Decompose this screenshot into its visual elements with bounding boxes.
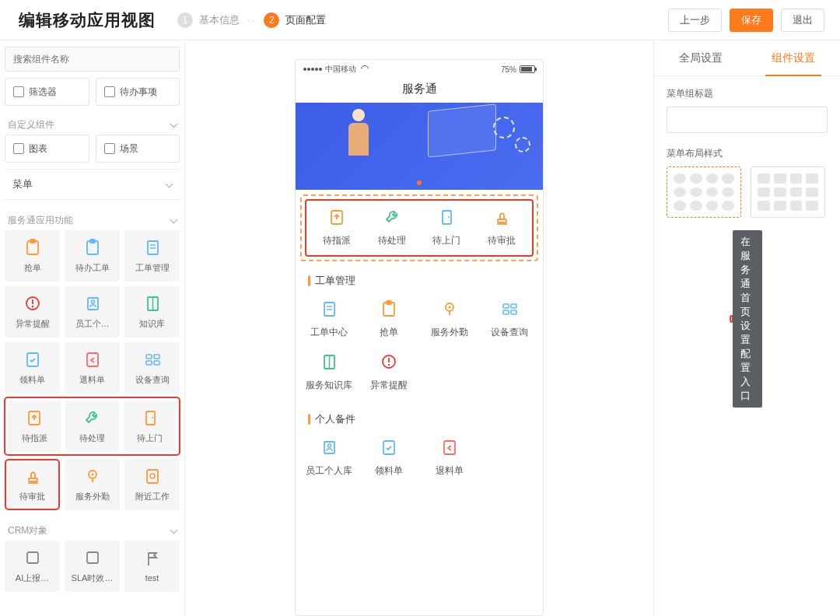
group-custom[interactable]: 自定义组件: [5, 112, 180, 135]
menu-item-待审批[interactable]: 待审批: [474, 208, 530, 247]
save-button[interactable]: 保存: [730, 9, 773, 32]
battery-icon: [520, 65, 535, 73]
widget-label: 附近工作: [135, 491, 170, 502]
input-menu-title[interactable]: [667, 107, 828, 133]
tab-component[interactable]: 组件设置: [747, 40, 841, 75]
chevron-down-icon: [163, 179, 172, 191]
svg-rect-16: [146, 355, 152, 359]
group-service[interactable]: 服务通应用功能: [5, 208, 180, 230]
widget-待处理[interactable]: 待处理: [65, 401, 118, 452]
clipboard-icon: [380, 300, 397, 320]
signal-icon: [303, 68, 322, 71]
square-icon: [84, 549, 101, 568]
svg-rect-17: [154, 355, 159, 359]
banner-image[interactable]: [296, 103, 543, 190]
menu-label: 服务外勤: [431, 326, 468, 339]
section-title: 工单管理: [296, 261, 543, 292]
scene-icon: [104, 143, 115, 154]
header: 编辑移动应用视图 1 基本信息 ·· 2 页面配置 上一步 保存 退出: [0, 0, 840, 40]
group-crm[interactable]: CRM对象: [5, 518, 180, 541]
svg-point-52: [388, 364, 390, 366]
widget-待办工单[interactable]: 待办工单: [65, 230, 120, 282]
clipboard-icon: [84, 239, 101, 257]
book-icon: [144, 295, 161, 313]
page-title: 编辑移动应用视图: [19, 9, 156, 31]
widget-服务外勤[interactable]: 服务外勤: [65, 459, 120, 510]
phone-preview: 中国移动 75% 服务通 待指派 待处理 待上门 待审批: [295, 59, 544, 616]
widget-知识库[interactable]: 知识库: [124, 286, 180, 338]
widget-SLA时效…[interactable]: SLA时效…: [65, 541, 120, 592]
menu-item-抢单[interactable]: 抢单: [359, 300, 420, 339]
section-title: 个人备件: [296, 400, 543, 431]
doc-check-icon: [380, 439, 397, 458]
widget-待上门[interactable]: 待上门: [124, 401, 177, 452]
doc-back-icon: [441, 439, 458, 458]
menu-item-工单中心[interactable]: 工单中心: [299, 300, 359, 339]
widget-scene[interactable]: 场景: [96, 135, 180, 163]
widget-todo[interactable]: 待办事项: [96, 78, 180, 106]
menu-item-服务外勤[interactable]: 服务外勤: [419, 300, 480, 339]
widget-label: 领料单: [19, 374, 45, 386]
search-input[interactable]: [5, 47, 180, 72]
status-bar: 中国移动 75%: [296, 60, 543, 79]
menu-label: 待审批: [488, 234, 516, 247]
widget-退料单[interactable]: 退料单: [65, 342, 120, 394]
menu-item-退料单[interactable]: 退料单: [419, 439, 480, 478]
widget-设备查询[interactable]: 设备查询: [124, 342, 180, 394]
svg-rect-21: [146, 411, 155, 425]
doc-icon: [144, 239, 161, 257]
svg-rect-23: [29, 478, 37, 481]
menu-item-异常提醒[interactable]: 异常提醒: [359, 353, 420, 392]
widget-label: 知识库: [139, 318, 165, 330]
alert-icon: [24, 295, 41, 313]
widget-待指派[interactable]: 待指派: [8, 401, 61, 452]
menu-accordion[interactable]: 菜单: [5, 169, 180, 200]
svg-rect-33: [443, 211, 451, 224]
widget-抢单[interactable]: 抢单: [5, 230, 60, 282]
book-icon: [320, 353, 338, 373]
doc-check-icon: [24, 351, 41, 369]
widget-AI上报…[interactable]: AI上报…: [5, 541, 60, 592]
menu-item-待上门[interactable]: 待上门: [419, 208, 474, 247]
widget-待审批[interactable]: 待审批: [5, 459, 60, 510]
menu-item-服务知识库[interactable]: 服务知识库: [299, 353, 359, 392]
widget-领料单[interactable]: 领料单: [5, 342, 60, 394]
widget-label: AI上报…: [16, 572, 49, 584]
layout-option-squares[interactable]: [751, 166, 825, 218]
layout-option-circles[interactable]: [667, 166, 741, 218]
svg-point-43: [448, 306, 450, 309]
menu-item-待处理[interactable]: 待处理: [365, 208, 420, 247]
menu-item-待指派[interactable]: 待指派: [310, 208, 365, 247]
menu-label: 待上门: [432, 234, 460, 247]
menu-label: 异常提醒: [370, 379, 408, 392]
widget-附近工作[interactable]: 附近工作: [124, 459, 180, 510]
widget-test[interactable]: test: [124, 541, 180, 592]
widget-工单管理[interactable]: 工单管理: [124, 230, 180, 282]
widget-员工个…[interactable]: 员工个…: [65, 286, 120, 338]
widget-label: 设备查询: [135, 374, 170, 386]
person-icon: [84, 295, 101, 313]
prev-button[interactable]: 上一步: [668, 9, 722, 32]
assign-icon: [26, 409, 43, 428]
svg-rect-55: [383, 441, 394, 454]
menu-item-员工个人库[interactable]: 员工个人库: [299, 439, 359, 478]
callout-tooltip: 在服务通首页设置配置入口: [730, 230, 762, 408]
menu-item-设备查询[interactable]: 设备查询: [480, 300, 541, 339]
widget-异常提醒[interactable]: 异常提醒: [5, 286, 60, 338]
location-icon: [84, 467, 101, 486]
widget-label: SLA时效…: [72, 572, 114, 584]
step-1[interactable]: 1 基本信息: [177, 12, 240, 28]
clipboard-icon: [24, 239, 41, 257]
widget-label: 服务外勤: [75, 491, 110, 502]
tab-global[interactable]: 全局设置: [654, 40, 747, 75]
selected-menu-zone[interactable]: 待指派 待处理 待上门 待审批: [300, 194, 538, 261]
widget-chart[interactable]: 图表: [5, 135, 89, 163]
svg-point-9: [31, 305, 33, 306]
widget-filter[interactable]: 筛选器: [5, 78, 89, 106]
step-2[interactable]: 2 页面配置: [264, 12, 326, 28]
menu-item-领料单[interactable]: 领料单: [359, 439, 420, 478]
square-icon: [24, 549, 41, 568]
label-layout: 菜单布局样式: [667, 147, 828, 160]
exit-button[interactable]: 退出: [781, 9, 824, 32]
menu-label: 待处理: [378, 234, 406, 247]
